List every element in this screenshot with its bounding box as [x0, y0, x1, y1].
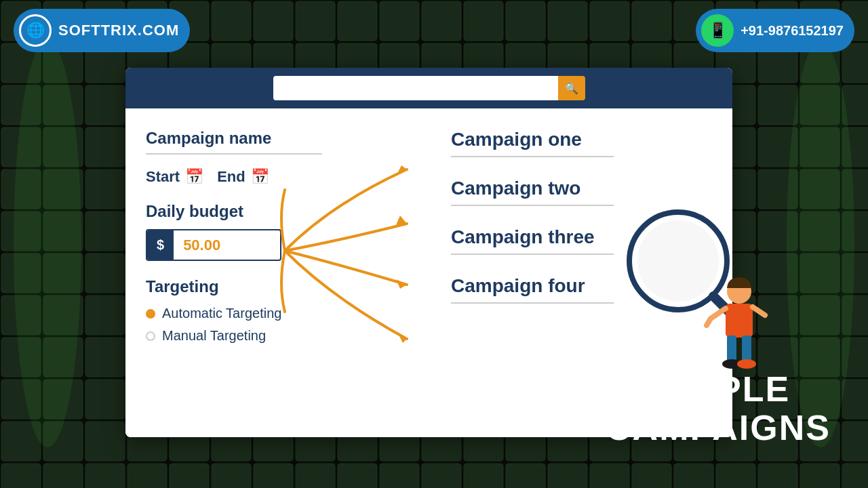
- manual-targeting-text: Manual Targeting: [162, 328, 266, 344]
- budget-input-wrap: $ 50.00: [146, 229, 281, 261]
- logo-badge: 🌐 SOFTTRIX.COM: [14, 9, 190, 52]
- campaign-one-underline: [451, 156, 614, 157]
- search-container: 🔍: [273, 76, 585, 100]
- top-bar: 🌐 SOFTTRIX.COM 📱 +91-9876152197: [0, 0, 868, 61]
- automatic-targeting-radio[interactable]: [146, 309, 155, 319]
- window-header: 🔍: [125, 68, 732, 108]
- campaign-four-underline: [451, 302, 614, 304]
- campaign-item-1: Campaign one: [451, 129, 712, 157]
- phone-number: +91-9876152197: [741, 23, 844, 39]
- budget-value[interactable]: 50.00: [174, 231, 230, 260]
- arrow-diagram: [264, 136, 434, 366]
- svg-marker-7: [396, 216, 407, 225]
- dollar-sign: $: [147, 230, 174, 260]
- whatsapp-icon: 📱: [701, 14, 734, 47]
- svg-point-11: [637, 220, 719, 302]
- start-calendar-icon[interactable]: 📅: [185, 168, 203, 186]
- svg-rect-14: [726, 304, 753, 338]
- end-label: End: [217, 168, 245, 186]
- svg-rect-16: [742, 336, 751, 363]
- phone-badge[interactable]: 📱 +91-9876152197: [696, 9, 854, 52]
- search-button[interactable]: 🔍: [558, 76, 585, 100]
- svg-marker-8: [396, 279, 407, 289]
- automatic-targeting-text: Automatic Targeting: [162, 306, 281, 321]
- end-date-item: End 📅: [217, 168, 269, 186]
- manual-targeting-radio[interactable]: [146, 331, 155, 341]
- search-input[interactable]: [273, 76, 558, 100]
- globe-icon: 🌐: [19, 14, 52, 47]
- multiple-campaigns-text: MULTIPLE CAMPAIGNS: [606, 370, 831, 447]
- campaign-one-name: Campaign one: [451, 129, 712, 150]
- multiple-text: MULTIPLE: [606, 370, 831, 409]
- campaigns-text: CAMPAIGNS: [606, 409, 831, 447]
- svg-rect-15: [727, 336, 736, 363]
- svg-point-4: [14, 41, 81, 447]
- start-label: Start: [146, 168, 180, 186]
- svg-marker-6: [397, 165, 407, 175]
- svg-point-18: [737, 359, 756, 369]
- start-date-item: Start 📅: [146, 168, 203, 186]
- campaign-two-underline: [451, 205, 614, 206]
- logo-text: SOFTTRIX.COM: [58, 22, 179, 39]
- magnifier-illustration: [617, 193, 773, 383]
- campaign-three-underline: [451, 253, 614, 255]
